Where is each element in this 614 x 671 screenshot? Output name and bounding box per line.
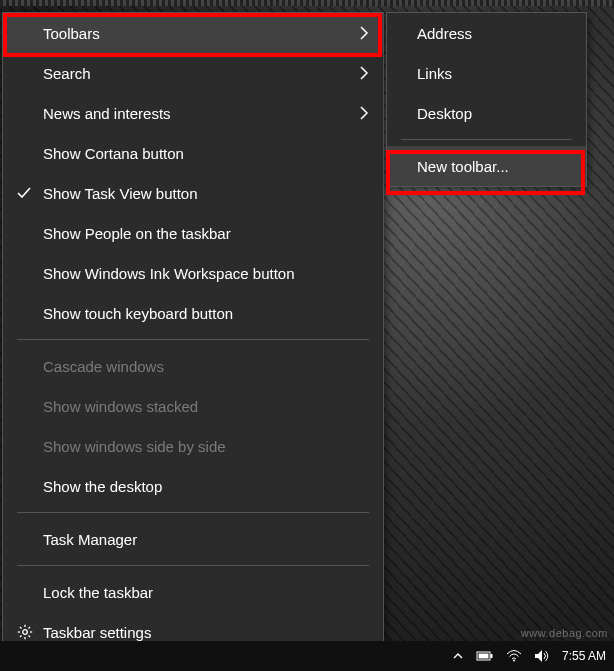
menu-label: Desktop [417, 105, 472, 122]
menu-label: Links [417, 65, 452, 82]
menu-label: Cascade windows [43, 358, 164, 375]
menu-label: Lock the taskbar [43, 584, 153, 601]
menu-label: Search [43, 65, 91, 82]
menu-item-news[interactable]: News and interests [3, 93, 383, 133]
taskbar-clock[interactable]: 7:55 AM [562, 649, 606, 663]
menu-item-cortana[interactable]: Show Cortana button [3, 133, 383, 173]
chevron-right-icon [359, 66, 369, 80]
menu-label: Task Manager [43, 531, 137, 548]
volume-icon[interactable] [534, 649, 550, 663]
menu-label: Toolbars [43, 25, 100, 42]
separator [17, 512, 369, 513]
taskbar[interactable]: 7:55 AM [0, 641, 614, 671]
menu-label: Show Windows Ink Workspace button [43, 265, 295, 282]
menu-label: Show windows stacked [43, 398, 198, 415]
battery-icon[interactable] [476, 650, 494, 662]
chevron-right-icon [359, 26, 369, 40]
menu-item-search[interactable]: Search [3, 53, 383, 93]
svg-line-6 [29, 636, 31, 638]
menu-label: Show touch keyboard button [43, 305, 233, 322]
menu-label: Show windows side by side [43, 438, 226, 455]
menu-item-toolbars[interactable]: Toolbars [3, 13, 383, 53]
wifi-icon[interactable] [506, 650, 522, 662]
svg-point-12 [513, 660, 515, 662]
submenu-item-new-toolbar[interactable]: New toolbar... [387, 146, 586, 186]
separator [17, 339, 369, 340]
menu-label: New toolbar... [417, 158, 509, 175]
toolbars-submenu: Address Links Desktop New toolbar... [386, 12, 587, 187]
submenu-item-links[interactable]: Links [387, 53, 586, 93]
svg-point-0 [23, 630, 28, 635]
window-edge [0, 0, 614, 6]
svg-rect-11 [478, 654, 488, 659]
menu-label: Show People on the taskbar [43, 225, 231, 242]
separator [401, 139, 572, 140]
menu-item-taskview[interactable]: Show Task View button [3, 173, 383, 213]
menu-label: News and interests [43, 105, 171, 122]
menu-label: Address [417, 25, 472, 42]
svg-line-7 [20, 636, 22, 638]
watermark: www.debag.com [521, 627, 608, 639]
menu-label: Show Cortana button [43, 145, 184, 162]
menu-item-people[interactable]: Show People on the taskbar [3, 213, 383, 253]
svg-rect-10 [490, 654, 492, 658]
menu-label: Show Task View button [43, 185, 198, 202]
menu-item-sidebyside: Show windows side by side [3, 426, 383, 466]
svg-line-5 [20, 627, 22, 629]
gear-icon [17, 624, 33, 640]
menu-item-stacked: Show windows stacked [3, 386, 383, 426]
separator [17, 565, 369, 566]
menu-item-cascade: Cascade windows [3, 346, 383, 386]
svg-line-8 [29, 627, 31, 629]
menu-item-show-desktop[interactable]: Show the desktop [3, 466, 383, 506]
menu-item-ink[interactable]: Show Windows Ink Workspace button [3, 253, 383, 293]
menu-item-lock-taskbar[interactable]: Lock the taskbar [3, 572, 383, 612]
submenu-item-address[interactable]: Address [387, 13, 586, 53]
tray-chevron-icon[interactable] [452, 650, 464, 662]
menu-item-task-manager[interactable]: Task Manager [3, 519, 383, 559]
menu-item-touch-keyboard[interactable]: Show touch keyboard button [3, 293, 383, 333]
chevron-right-icon [359, 106, 369, 120]
menu-label: Show the desktop [43, 478, 162, 495]
check-icon [17, 186, 31, 200]
menu-label: Taskbar settings [43, 624, 151, 641]
taskbar-context-menu: Toolbars Search News and interests Show … [2, 12, 384, 653]
submenu-item-desktop[interactable]: Desktop [387, 93, 586, 133]
